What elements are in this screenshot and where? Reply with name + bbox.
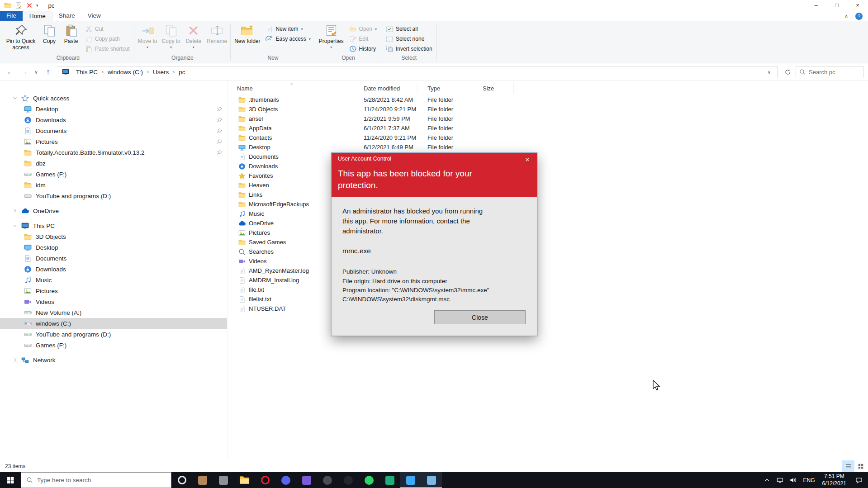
chevron-right-icon[interactable]	[12, 208, 21, 213]
recent-locations-icon[interactable]: ∨	[33, 66, 40, 78]
new-item-button[interactable]: New item▾	[262, 24, 313, 34]
properties-qat-button[interactable]	[14, 1, 23, 9]
sidebar-item-games-f[interactable]: Games (F:)	[0, 169, 227, 180]
store-icon[interactable]	[192, 472, 213, 488]
refresh-button[interactable]	[782, 66, 793, 78]
file-row[interactable]: Saved Games	[228, 237, 868, 247]
sidebar-item-downloads[interactable]: Downloads	[0, 114, 227, 125]
thumbnails-view-button[interactable]	[854, 460, 867, 472]
file-row[interactable]: NTUSER.DAT	[228, 304, 868, 313]
new-folder-button[interactable]: New folder	[232, 22, 262, 45]
copy-button[interactable]: Copy	[38, 22, 60, 45]
sidebar-item-dbz[interactable]: dbz	[0, 158, 227, 169]
explorer-search-box[interactable]	[796, 66, 863, 78]
properties-button[interactable]: Properties▾	[317, 22, 346, 49]
select-all-button[interactable]: Select all	[383, 24, 436, 34]
breadcrumb-item-this-pc[interactable]: This PC	[72, 66, 102, 78]
back-button[interactable]: ←	[5, 66, 16, 78]
history-button[interactable]: History	[346, 44, 380, 54]
file-row[interactable]: AMDRM_Install.log	[228, 275, 868, 285]
opera-icon[interactable]	[255, 472, 275, 488]
file-row[interactable]: Links	[228, 190, 868, 199]
start-button[interactable]	[0, 472, 21, 488]
taskbar-search-input[interactable]	[37, 477, 166, 483]
breadcrumb-item-pc[interactable]: pc	[175, 66, 189, 78]
close-button[interactable]: ×	[847, 0, 868, 11]
chevron-down-icon[interactable]	[12, 223, 21, 228]
sidebar-item-games-f[interactable]: Games (F:)	[0, 340, 227, 351]
forward-button[interactable]: →	[19, 66, 30, 78]
paste-button[interactable]: Paste	[60, 22, 82, 45]
file-row[interactable]: Heaven	[228, 180, 868, 190]
file-row[interactable]: Desktop6/12/2021 6:49 PMFile folder	[228, 142, 868, 152]
uac-close-button[interactable]: Close	[434, 310, 526, 324]
sidebar-item-this-pc[interactable]: This PC	[0, 220, 227, 231]
column-header-name[interactable]: ^Name	[228, 83, 354, 94]
file-row[interactable]: Documents	[228, 152, 868, 161]
open-button[interactable]: Open▾	[346, 24, 380, 34]
file-row[interactable]: Videos	[228, 256, 868, 266]
address-dropdown-icon[interactable]: ∨	[764, 70, 774, 75]
sidebar-item-downloads[interactable]: Downloads	[0, 264, 227, 275]
maximize-button[interactable]: □	[826, 0, 847, 11]
uac-close-icon[interactable]: ×	[521, 155, 534, 165]
sidebar-item-pictures[interactable]: Pictures	[0, 285, 227, 296]
file-row[interactable]: OneDrive	[228, 218, 868, 228]
tab-file[interactable]: File	[0, 11, 23, 21]
sidebar-item-windows-c[interactable]: windows (C:)	[0, 318, 227, 329]
tab-view[interactable]: View	[81, 11, 107, 21]
volume-tray-button[interactable]	[787, 472, 800, 488]
select-none-button[interactable]: Select none	[383, 34, 436, 44]
clock[interactable]: 7:51 PM 6/12/2021	[819, 473, 850, 487]
address-breadcrumb-bar[interactable]: This PC›windows (C:)›Users›pc ∨	[58, 66, 778, 78]
column-header-date-modified[interactable]: Date modified	[354, 83, 418, 94]
network-tray-button[interactable]	[773, 472, 787, 488]
taskbar-search-box[interactable]	[21, 472, 171, 488]
up-button[interactable]: ↑	[42, 66, 54, 78]
sidebar-item-documents[interactable]: Documents	[0, 125, 227, 136]
paste-shortcut-button[interactable]: Paste shortcut	[82, 44, 133, 54]
sidebar-item-idm[interactable]: idm	[0, 180, 227, 190]
window-icon[interactable]	[421, 472, 442, 488]
action-center-button[interactable]	[850, 472, 868, 488]
tray-overflow-button[interactable]	[760, 472, 773, 488]
pin-to-quick-access-button[interactable]: Pin to Quick access	[3, 22, 38, 51]
file-row[interactable]: MicrosoftEdgeBackups	[228, 199, 868, 209]
discord-icon[interactable]	[275, 472, 296, 488]
sidebar-item-music[interactable]: Music	[0, 275, 227, 285]
file-row[interactable]: file.txt	[228, 285, 868, 294]
minimize-button[interactable]: –	[806, 0, 826, 11]
column-header-size[interactable]: Size	[473, 83, 514, 94]
delete-qat-button[interactable]	[25, 1, 33, 9]
edit-button[interactable]: Edit	[346, 34, 380, 44]
chevron-down-icon[interactable]	[12, 95, 21, 101]
sidebar-item-3d-objects[interactable]: 3D Objects	[0, 231, 227, 242]
sidebar-item-onedrive[interactable]: OneDrive	[0, 205, 227, 216]
app-icon-2[interactable]	[296, 472, 317, 488]
file-row[interactable]: .thumbnails5/28/2021 8:42 AMFile folder	[228, 95, 868, 104]
sidebar-item-youtube-and-programs-d[interactable]: YouTube and programs (D:)	[0, 190, 227, 201]
tab-share[interactable]: Share	[52, 11, 81, 21]
language-indicator[interactable]: ENG	[800, 477, 819, 483]
sidebar-item-new-volume-a[interactable]: New Volume (A:)	[0, 307, 227, 318]
copy-path-button[interactable]: Copy path	[82, 34, 133, 44]
delete-button[interactable]: Delete▾	[183, 22, 204, 49]
file-row[interactable]: Pictures	[228, 228, 868, 237]
app-icon-3[interactable]	[317, 472, 338, 488]
file-row[interactable]: ansel1/2/2021 9:59 PMFile folder	[228, 114, 868, 123]
file-row[interactable]: Contacts11/24/2020 9:21 PMFile folder	[228, 133, 868, 142]
sidebar-item-documents[interactable]: Documents	[0, 253, 227, 264]
collapse-ribbon-icon[interactable]: ∧	[844, 13, 848, 19]
sidebar-item-pictures[interactable]: Pictures	[0, 136, 227, 147]
explorer-qat-button[interactable]	[4, 1, 12, 9]
sidebar-item-videos[interactable]: Videos	[0, 296, 227, 307]
whatsapp-icon[interactable]	[359, 472, 379, 488]
file-row[interactable]: Music	[228, 209, 868, 218]
file-row[interactable]: AMD_RyzenMaster.log	[228, 266, 868, 275]
column-header-type[interactable]: Type	[418, 83, 473, 94]
help-icon[interactable]: ?	[855, 13, 863, 20]
app-icon-5[interactable]	[379, 472, 400, 488]
file-explorer-icon[interactable]	[234, 472, 255, 488]
breadcrumb-item-users[interactable]: Users	[149, 66, 173, 78]
easy-access-button[interactable]: Easy access▾	[262, 34, 313, 44]
